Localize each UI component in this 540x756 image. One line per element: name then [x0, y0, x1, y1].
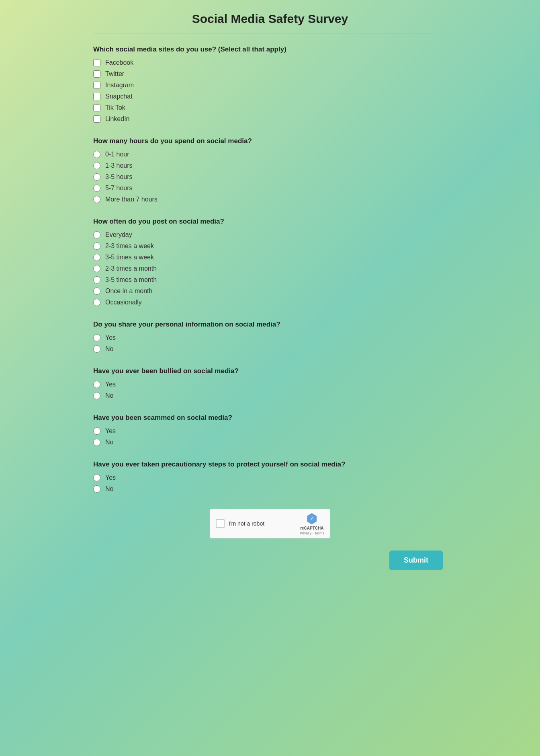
survey-container: Social Media Safety Survey Which social … [85, 0, 455, 602]
option-row-q1_snapchat: Snapchat [93, 93, 447, 100]
captcha-label: I'm not a robot [229, 520, 264, 527]
option-row-q3_3_5_month: 3-5 times a month [93, 276, 447, 284]
option-text-q1_facebook[interactable]: Facebook [105, 59, 133, 66]
option-text-q3_3_5_week[interactable]: 3-5 times a week [105, 254, 154, 261]
captcha-brand: reCAPTCHA [300, 526, 323, 530]
submit-area: Submit [93, 551, 447, 570]
question-label-q1: Which social media sites do you use? (Se… [93, 45, 447, 53]
questions-container: Which social media sites do you use? (Se… [93, 45, 447, 493]
input-q2_1_3[interactable] [93, 162, 100, 169]
option-text-q3_2_3_month[interactable]: 2-3 times a month [105, 265, 157, 272]
option-row-q3_3_5_week: 3-5 times a week [93, 254, 447, 261]
option-text-q1_instagram[interactable]: Instagram [105, 82, 134, 89]
option-row-q1_facebook: Facebook [93, 59, 447, 66]
input-q3_2_3_week[interactable] [93, 242, 100, 250]
option-row-q3_2_3_week: 2-3 times a week [93, 242, 447, 250]
recaptcha-logo-icon: ✓ [305, 512, 318, 525]
option-text-q2_0_1[interactable]: 0-1 hour [105, 151, 129, 158]
input-q3_occasionally[interactable] [93, 299, 100, 306]
survey-title: Social Media Safety Survey [93, 12, 447, 33]
option-text-q6_yes[interactable]: Yes [105, 427, 116, 435]
input-q3_everyday[interactable] [93, 231, 100, 238]
input-q3_once_month[interactable] [93, 288, 100, 295]
option-row-q1_instagram: Instagram [93, 82, 447, 89]
option-text-q2_3_5[interactable]: 3-5 hours [105, 173, 133, 181]
question-label-q3: How often do you post on social media? [93, 218, 447, 226]
question-block-q7: Have you ever taken precautionary steps … [93, 460, 447, 493]
option-text-q7_no[interactable]: No [105, 485, 113, 493]
input-q6_no[interactable] [93, 439, 100, 446]
input-q7_no[interactable] [93, 485, 100, 493]
input-q1_instagram[interactable] [93, 82, 100, 89]
option-row-q3_once_month: Once in a month [93, 288, 447, 295]
question-label-q2: How many hours do you spend on social me… [93, 137, 447, 145]
question-block-q1: Which social media sites do you use? (Se… [93, 45, 447, 123]
option-row-q6_no: No [93, 439, 447, 446]
submit-button[interactable]: Submit [389, 551, 443, 570]
option-text-q7_yes[interactable]: Yes [105, 474, 116, 481]
option-text-q4_no[interactable]: No [105, 345, 113, 353]
input-q3_3_5_month[interactable] [93, 276, 100, 284]
option-text-q2_1_3[interactable]: 1-3 hours [105, 162, 133, 169]
option-row-q7_yes: Yes [93, 474, 447, 481]
input-q4_no[interactable] [93, 345, 100, 353]
option-text-q3_everyday[interactable]: Everyday [105, 231, 132, 238]
input-q2_7plus[interactable] [93, 196, 100, 203]
input-q2_3_5[interactable] [93, 173, 100, 181]
option-row-q2_0_1: 0-1 hour [93, 151, 447, 158]
input-q2_0_1[interactable] [93, 151, 100, 158]
captcha-checkbox[interactable] [216, 519, 225, 528]
option-text-q1_snapchat[interactable]: Snapchat [105, 93, 133, 100]
option-row-q2_7plus: More than 7 hours [93, 196, 447, 203]
option-text-q1_linkedin[interactable]: LinkedIn [105, 115, 130, 123]
input-q1_linkedin[interactable] [93, 115, 100, 123]
input-q5_yes[interactable] [93, 381, 100, 388]
input-q7_yes[interactable] [93, 474, 100, 481]
option-text-q1_tiktok[interactable]: Tik Tok [105, 104, 125, 111]
input-q1_tiktok[interactable] [93, 104, 100, 111]
captcha-left: I'm not a robot [216, 519, 264, 528]
input-q1_facebook[interactable] [93, 59, 100, 66]
option-row-q4_yes: Yes [93, 334, 447, 341]
input-q3_3_5_week[interactable] [93, 254, 100, 261]
option-row-q1_twitter: Twitter [93, 70, 447, 78]
option-row-q6_yes: Yes [93, 427, 447, 435]
option-text-q2_7plus[interactable]: More than 7 hours [105, 196, 158, 203]
option-text-q3_once_month[interactable]: Once in a month [105, 288, 152, 295]
option-row-q2_3_5: 3-5 hours [93, 173, 447, 181]
captcha-links: Privacy · Terms [300, 531, 324, 535]
input-q2_5_7[interactable] [93, 185, 100, 192]
option-text-q1_twitter[interactable]: Twitter [105, 70, 124, 78]
input-q5_no[interactable] [93, 392, 100, 399]
option-text-q5_no[interactable]: No [105, 392, 113, 399]
option-text-q5_yes[interactable]: Yes [105, 381, 116, 388]
question-label-q7: Have you ever taken precautionary steps … [93, 460, 447, 468]
input-q3_2_3_month[interactable] [93, 265, 100, 272]
input-q6_yes[interactable] [93, 427, 100, 435]
question-block-q2: How many hours do you spend on social me… [93, 137, 447, 203]
captcha-box[interactable]: I'm not a robot ✓ reCAPTCHA Privacy · Te… [210, 509, 330, 538]
question-label-q5: Have you ever been bullied on social med… [93, 367, 447, 375]
captcha-right: ✓ reCAPTCHA Privacy · Terms [300, 512, 324, 535]
option-row-q4_no: No [93, 345, 447, 353]
input-q1_snapchat[interactable] [93, 93, 100, 100]
option-row-q3_occasionally: Occasionally [93, 299, 447, 306]
option-text-q4_yes[interactable]: Yes [105, 334, 116, 341]
option-row-q7_no: No [93, 485, 447, 493]
option-row-q5_no: No [93, 392, 447, 399]
question-label-q6: Have you been scammed on social media? [93, 414, 447, 422]
option-text-q3_2_3_week[interactable]: 2-3 times a week [105, 242, 154, 250]
option-text-q6_no[interactable]: No [105, 439, 113, 446]
input-q4_yes[interactable] [93, 334, 100, 341]
question-label-q4: Do you share your personal information o… [93, 320, 447, 329]
option-row-q2_1_3: 1-3 hours [93, 162, 447, 169]
option-row-q3_everyday: Everyday [93, 231, 447, 238]
option-text-q2_5_7[interactable]: 5-7 hours [105, 185, 133, 192]
input-q1_twitter[interactable] [93, 70, 100, 78]
option-text-q3_occasionally[interactable]: Occasionally [105, 299, 142, 306]
question-block-q5: Have you ever been bullied on social med… [93, 367, 447, 399]
question-block-q6: Have you been scammed on social media?Ye… [93, 414, 447, 446]
option-row-q2_5_7: 5-7 hours [93, 185, 447, 192]
captcha-area: I'm not a robot ✓ reCAPTCHA Privacy · Te… [93, 509, 447, 538]
option-text-q3_3_5_month[interactable]: 3-5 times a month [105, 276, 157, 284]
